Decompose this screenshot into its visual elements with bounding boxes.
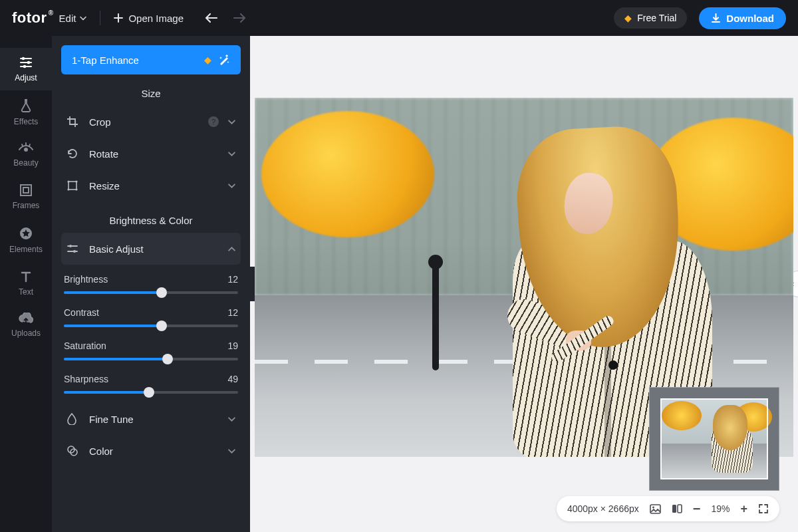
slider-saturation: Saturation19 (61, 331, 241, 364)
svg-point-3 (24, 148, 28, 152)
zoom-in-button[interactable]: + (740, 502, 747, 516)
sliders-icon (66, 243, 80, 254)
svg-rect-18 (672, 505, 676, 513)
tool-rail: Adjust Effects Beauty Frames Elements (0, 36, 52, 532)
color-tool[interactable]: Color (61, 435, 241, 467)
edit-menu[interactable]: Edit (59, 13, 87, 24)
chevron-down-icon (228, 449, 235, 454)
top-bar: fotor® Edit Open Image ◆ Free Trial Down… (0, 0, 798, 36)
brightness-color-title: Brightness & Color (61, 215, 241, 226)
compare-icon[interactable] (672, 503, 682, 514)
svg-rect-16 (650, 505, 660, 513)
slider-value: 19 (227, 340, 238, 351)
one-tap-enhance-button[interactable]: 1-Tap Enhance ◆ (61, 45, 241, 74)
svg-rect-5 (23, 188, 29, 193)
rail-uploads[interactable]: Uploads (0, 305, 52, 346)
slider-brightness: Brightness12 (61, 265, 241, 298)
slider-track[interactable] (64, 358, 238, 360)
rail-beauty[interactable]: Beauty (0, 134, 52, 176)
divider (100, 11, 100, 25)
slider-sharpness: Sharpness49 (61, 364, 241, 398)
fit-screen-icon[interactable] (758, 503, 769, 514)
sliders-icon (19, 56, 33, 69)
resize-tool[interactable]: Resize (61, 170, 241, 201)
rail-frames[interactable]: Frames (0, 176, 52, 218)
svg-point-13 (73, 250, 76, 253)
rotate-icon (66, 148, 80, 160)
open-image-button[interactable]: Open Image (114, 13, 184, 24)
redo-button[interactable] (233, 13, 246, 23)
svg-point-0 (22, 57, 25, 61)
diamond-icon: ◆ (204, 55, 211, 65)
slider-label: Saturation (64, 340, 106, 351)
rotate-tool[interactable]: Rotate (61, 138, 241, 170)
svg-point-10 (67, 188, 69, 190)
rail-adjust[interactable]: Adjust (0, 48, 52, 90)
svg-point-17 (652, 506, 654, 508)
svg-rect-19 (678, 505, 682, 513)
slider-thumb[interactable] (156, 321, 167, 331)
slider-label: Brightness (64, 274, 108, 285)
rail-elements[interactable]: Elements (0, 218, 52, 262)
svg-point-9 (75, 180, 77, 182)
cloud-upload-icon (18, 313, 34, 325)
plus-icon (114, 13, 123, 23)
fine-tune-tool[interactable]: Fine Tune (61, 403, 241, 435)
rail-label: Uploads (11, 329, 41, 338)
history-nav (205, 13, 246, 23)
logo: fotor® (12, 9, 47, 27)
rail-label: Beauty (13, 158, 38, 168)
slider-label: Contrast (64, 307, 99, 318)
rail-label: Elements (9, 245, 43, 254)
slider-thumb[interactable] (144, 387, 154, 398)
svg-point-11 (75, 188, 77, 190)
slider-thumb[interactable] (156, 287, 167, 298)
resize-icon (66, 180, 80, 192)
rail-label: Text (19, 287, 33, 297)
download-button[interactable]: Download (699, 7, 786, 29)
help-icon[interactable]: ? (208, 116, 219, 127)
slider-track[interactable] (64, 291, 238, 294)
svg-point-2 (23, 65, 27, 68)
chevron-down-icon (80, 16, 86, 21)
svg-point-1 (27, 61, 31, 65)
slider-value: 12 (227, 307, 238, 318)
slider-track[interactable] (64, 391, 238, 394)
zoom-out-button[interactable]: − (693, 501, 701, 517)
chevron-down-icon (228, 120, 235, 124)
zoom-level: 19% (711, 503, 730, 514)
download-icon (711, 13, 721, 23)
rail-effects[interactable]: Effects (0, 90, 52, 134)
rail-text[interactable]: Text (0, 262, 52, 305)
slider-track[interactable] (64, 325, 238, 327)
chevron-down-icon (228, 417, 235, 422)
chevron-down-icon (228, 184, 235, 188)
svg-point-12 (69, 245, 72, 247)
basic-adjust-tool[interactable]: Basic Adjust (61, 233, 241, 265)
minimap[interactable] (649, 387, 779, 491)
slider-contrast: Contrast12 (61, 298, 241, 331)
svg-point-8 (67, 180, 69, 182)
slider-value: 49 (227, 374, 238, 384)
star-icon (19, 226, 33, 241)
slider-value: 12 (227, 274, 238, 285)
undo-button[interactable] (205, 13, 218, 23)
minimap-viewport[interactable] (660, 398, 768, 479)
magic-wand-icon (218, 54, 230, 66)
svg-rect-4 (21, 185, 31, 196)
rail-label: Frames (13, 201, 40, 210)
crop-tool[interactable]: Crop ? (61, 106, 241, 138)
frame-icon (19, 184, 33, 197)
free-trial-button[interactable]: ◆ Free Trial (614, 7, 687, 29)
canvas-area[interactable]: ‹ ‹ (250, 36, 798, 532)
color-icon (66, 445, 80, 457)
zoom-bar: 4000px × 2666px − 19% + (557, 496, 779, 521)
droplet-icon (66, 413, 80, 425)
image-icon[interactable] (650, 504, 661, 514)
chevron-down-icon (228, 152, 235, 156)
flask-icon (19, 98, 33, 113)
crop-icon (66, 116, 80, 128)
chevron-up-icon (228, 247, 235, 251)
svg-rect-7 (68, 182, 76, 190)
slider-thumb[interactable] (162, 354, 173, 364)
